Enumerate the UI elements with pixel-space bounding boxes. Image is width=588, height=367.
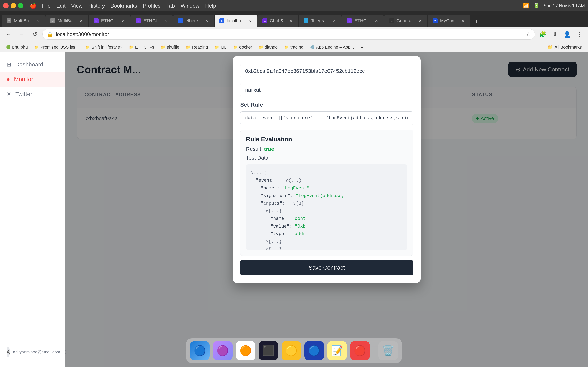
sidebar-item-dashboard[interactable]: ⊞ Dashboard: [0, 57, 65, 72]
tab-8[interactable]: T Telegra... ✕: [299, 15, 342, 27]
tab-5-close[interactable]: ✕: [204, 18, 209, 23]
json-line-8: "value": "0xb: [251, 223, 402, 230]
new-tab-button[interactable]: +: [471, 16, 482, 27]
dock-finder[interactable]: 🔵: [190, 341, 210, 360]
bookmark-reading-label: Reading: [192, 45, 208, 50]
bookmark-ethctfs-label: ETHCTFs: [135, 45, 154, 50]
bookmark-phu-phu[interactable]: 🟢 phu phu: [3, 43, 31, 51]
tab-2[interactable]: M MultiBa... ✕: [45, 15, 89, 27]
tab-5[interactable]: e ethere... ✕: [173, 15, 214, 27]
tab-menu[interactable]: Window: [181, 3, 199, 9]
tab-4-close[interactable]: ✕: [163, 18, 168, 23]
fullscreen-button[interactable]: [18, 3, 23, 8]
rule-input[interactable]: [240, 111, 413, 125]
tab-4-favicon: E: [136, 18, 141, 23]
bookmark-promised-oss[interactable]: 📁 Promised OSS iss...: [31, 43, 82, 51]
reload-button[interactable]: ↺: [29, 29, 40, 40]
contract-name-input[interactable]: [240, 83, 413, 98]
bookmark-django[interactable]: 📁 django: [256, 43, 281, 51]
sidebar-item-twitter[interactable]: ✕ Twitter: [0, 87, 65, 101]
bookmark-ethctfs[interactable]: 📁 ETHCTFs: [126, 43, 157, 51]
dock-chrome[interactable]: 🟠: [236, 341, 255, 360]
app-name[interactable]: File: [42, 3, 51, 9]
tab-10-close[interactable]: ✕: [417, 18, 423, 23]
tab-3-close[interactable]: ✕: [121, 18, 126, 23]
tab-6-close[interactable]: ✕: [247, 18, 252, 23]
set-rule-label: Set Rule: [240, 101, 413, 108]
sidebar-item-monitor[interactable]: ● Monitor: [0, 72, 65, 87]
bookmarks-more-button[interactable]: »: [358, 43, 366, 51]
close-button[interactable]: [3, 3, 9, 8]
url-display[interactable]: localhost:3000/monitor: [56, 31, 523, 38]
view-menu[interactable]: History: [88, 3, 105, 9]
tab-1[interactable]: M MultiBa... ✕: [2, 15, 45, 27]
modal-overlay[interactable]: Set Rule Rule Evaluation Result: true Te…: [65, 52, 588, 367]
bookmark-reading[interactable]: 📁 Reading: [183, 43, 211, 51]
tab-1-favicon: M: [7, 18, 11, 23]
forward-button[interactable]: →: [16, 29, 27, 40]
save-contract-button[interactable]: Save Contract: [240, 260, 413, 275]
json-line-6: ∨{...}: [251, 207, 402, 215]
bookmark-shift[interactable]: 📁 Shift in lifestyle?: [82, 43, 125, 51]
bookmark-ml[interactable]: 📁 ML: [212, 43, 229, 51]
tab-6-favicon: L: [219, 18, 224, 23]
minimize-button[interactable]: [11, 3, 16, 8]
menu-bar-right: 📶 🔋 Sun 17 Nov 5:19 AM: [523, 3, 585, 8]
dock-vscode[interactable]: 🔵: [304, 341, 324, 360]
address-bar[interactable]: 🔒 localhost:3000/monitor ☆: [43, 29, 535, 40]
edit-menu[interactable]: View: [71, 3, 83, 9]
window-menu[interactable]: Help: [205, 3, 216, 9]
bookmark-app-engine[interactable]: ⚙️ App Engine – App...: [307, 43, 357, 51]
tab-4[interactable]: E ETHGl... ✕: [131, 15, 173, 27]
extensions-button[interactable]: 🧩: [537, 29, 548, 40]
dock-warp[interactable]: ⬛: [259, 341, 278, 360]
tab-3-label: ETHGl...: [101, 18, 118, 24]
bookmark-shuffle[interactable]: 📁 shuffle: [158, 43, 182, 51]
tab-8-close[interactable]: ✕: [332, 18, 337, 23]
tab-10[interactable]: G Genera... ✕: [384, 15, 428, 27]
tab-7-close[interactable]: ✕: [288, 18, 293, 23]
dock-launchpad[interactable]: 🟣: [213, 341, 233, 360]
bookmark-folder-icon-4: 📁: [161, 45, 165, 49]
collapse-icon-1[interactable]: ∨: [251, 170, 254, 175]
dock-postman[interactable]: 🔴: [350, 341, 370, 360]
tab-11-close[interactable]: ✕: [460, 18, 465, 23]
rule-eval-title: Rule Evaluation: [246, 136, 407, 143]
sidebar-item-twitter-label: Twitter: [15, 91, 32, 98]
back-button[interactable]: ←: [3, 29, 14, 40]
profile-button[interactable]: 👤: [562, 29, 572, 40]
collapse-icon-4[interactable]: ∨: [266, 209, 268, 214]
bookmark-folder-icon-5: 📁: [186, 45, 190, 49]
tab-6-label: localho...: [227, 18, 245, 24]
tab-3[interactable]: E ETHGl... ✕: [89, 15, 130, 27]
collapse-icon-3[interactable]: ∨: [293, 201, 296, 206]
tab-6-active[interactable]: L localho... ✕: [215, 15, 257, 27]
tab-9[interactable]: E ETHGl... ✕: [342, 15, 384, 27]
collapse-icon-6[interactable]: >: [266, 247, 268, 250]
tab-11[interactable]: M MyCon... ✕: [428, 15, 470, 27]
file-menu[interactable]: Edit: [56, 3, 66, 9]
bookmark-docker[interactable]: 📁 docker: [230, 43, 255, 51]
collapse-icon-5[interactable]: >: [266, 239, 268, 244]
tab-9-close[interactable]: ✕: [374, 18, 379, 23]
dock-trash[interactable]: 🗑️: [378, 341, 398, 360]
all-bookmarks[interactable]: 📁 All Bookmarks: [545, 43, 585, 51]
menu-button[interactable]: ⋮: [574, 29, 585, 40]
star-icon[interactable]: ☆: [526, 31, 531, 38]
dock-notes[interactable]: 📝: [327, 341, 347, 360]
bookmark-docker-label: docker: [239, 45, 252, 50]
profiles-menu[interactable]: Tab: [166, 3, 175, 9]
history-menu[interactable]: Bookmarks: [111, 3, 137, 9]
download-button[interactable]: ⬇: [550, 29, 560, 40]
tab-7[interactable]: C Chat & ✕: [258, 15, 298, 27]
tab-8-favicon: T: [303, 18, 309, 23]
bookmarks-menu[interactable]: Profiles: [143, 3, 161, 9]
tab-1-close[interactable]: ✕: [35, 18, 40, 23]
tab-2-close[interactable]: ✕: [79, 18, 84, 23]
apple-menu[interactable]: 🍎: [30, 3, 36, 9]
tab-3-favicon: E: [94, 18, 99, 23]
bookmark-trading[interactable]: 📁 trading: [281, 43, 306, 51]
collapse-icon-2[interactable]: ∨: [285, 178, 288, 183]
contract-address-input[interactable]: [240, 64, 413, 78]
dock-stickies[interactable]: 🟡: [282, 341, 301, 360]
